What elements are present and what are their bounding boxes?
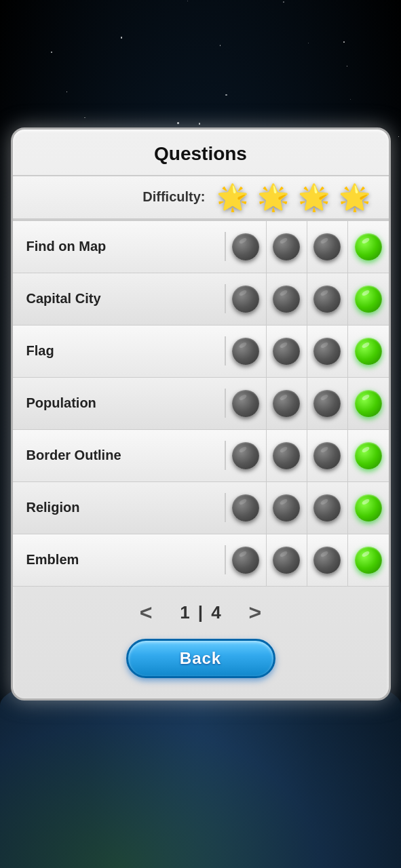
- back-button[interactable]: Back: [126, 639, 275, 678]
- toggle-btn-row0-col3[interactable]: [355, 233, 382, 260]
- question-label: Emblem: [13, 545, 226, 574]
- prev-page-button[interactable]: <: [132, 600, 159, 625]
- toggle-cell: [307, 534, 348, 586]
- toggle-cell: [226, 430, 267, 481]
- question-toggles: [226, 273, 389, 325]
- toggle-btn-row1-col2[interactable]: [313, 285, 341, 313]
- toggle-cell: [348, 378, 389, 429]
- toggle-cell: [307, 378, 348, 429]
- pagination-row: < 1 | 4 >: [13, 587, 389, 632]
- next-page-button[interactable]: >: [242, 600, 269, 625]
- toggle-btn-row1-col1[interactable]: [273, 285, 300, 313]
- toggle-cell: [226, 378, 267, 429]
- question-row: Population: [13, 378, 389, 430]
- question-label: Capital City: [13, 284, 226, 313]
- toggle-btn-row2-col2[interactable]: [313, 338, 341, 365]
- toggle-cell: [267, 326, 307, 377]
- toggle-btn-row4-col2[interactable]: [313, 442, 341, 469]
- question-label: Find on Map: [13, 232, 226, 261]
- page-info: 1 | 4: [180, 602, 221, 623]
- toggle-cell: [267, 482, 307, 534]
- toggle-btn-row0-col1[interactable]: [273, 233, 300, 260]
- toggle-cell: [348, 482, 389, 534]
- toggle-btn-row4-col0[interactable]: [232, 442, 259, 469]
- toggle-cell: [307, 482, 348, 534]
- question-label: Border Outline: [13, 441, 226, 470]
- page-total: 4: [211, 602, 221, 623]
- toggle-cell: [226, 534, 267, 586]
- star-2-icon: 🌟: [257, 184, 289, 210]
- toggle-cell: [267, 534, 307, 586]
- toggle-btn-row5-col1[interactable]: [273, 494, 300, 521]
- toggle-btn-row5-col3[interactable]: [355, 494, 382, 521]
- toggle-btn-row2-col0[interactable]: [232, 338, 259, 365]
- toggle-btn-row6-col3[interactable]: [355, 547, 382, 574]
- star-1-icon: 🌟: [216, 184, 248, 210]
- question-row: Find on Map: [13, 221, 389, 273]
- toggle-btn-row1-col3[interactable]: [355, 285, 382, 313]
- panel-title: Questions: [13, 130, 389, 176]
- toggle-cell: [307, 430, 348, 481]
- toggle-cell: [348, 534, 389, 586]
- toggle-btn-row5-col0[interactable]: [232, 494, 259, 521]
- question-label: Flag: [13, 336, 226, 366]
- page-divider: |: [198, 602, 208, 623]
- toggle-cell: [226, 482, 267, 534]
- toggle-btn-row3-col2[interactable]: [313, 390, 341, 417]
- question-label: Religion: [13, 493, 226, 522]
- toggle-btn-row6-col0[interactable]: [232, 547, 259, 574]
- toggle-btn-row4-col1[interactable]: [273, 442, 300, 469]
- star-4-icon: 🌟: [339, 184, 370, 210]
- questions-grid: Find on MapCapital CityFlagPopulationBor…: [13, 220, 389, 587]
- toggle-cell: [348, 326, 389, 377]
- question-row: Border Outline: [13, 430, 389, 482]
- main-panel: Questions Difficulty: 🌟 🌟 🌟 🌟 Find on Ma…: [11, 127, 391, 701]
- toggle-cell: [348, 430, 389, 481]
- toggle-cell: [226, 273, 267, 325]
- toggle-cell: [307, 273, 348, 325]
- toggle-cell: [226, 326, 267, 377]
- question-toggles: [226, 482, 389, 534]
- toggle-cell: [267, 221, 307, 273]
- toggle-cell: [348, 273, 389, 325]
- toggle-btn-row3-col1[interactable]: [273, 390, 300, 417]
- toggle-cell: [348, 221, 389, 273]
- toggle-cell: [226, 221, 267, 273]
- question-toggles: [226, 326, 389, 377]
- toggle-btn-row2-col3[interactable]: [355, 338, 382, 365]
- difficulty-label: Difficulty:: [26, 189, 212, 205]
- toggle-btn-row0-col2[interactable]: [313, 233, 341, 260]
- toggle-cell: [267, 430, 307, 481]
- toggle-btn-row3-col0[interactable]: [232, 390, 259, 417]
- toggle-cell: [307, 221, 348, 273]
- toggle-btn-row5-col2[interactable]: [313, 494, 341, 521]
- toggle-btn-row6-col1[interactable]: [273, 547, 300, 574]
- star-2: 🌟: [253, 184, 294, 210]
- toggle-btn-row4-col3[interactable]: [355, 442, 382, 469]
- toggle-btn-row3-col3[interactable]: [355, 390, 382, 417]
- star-3: 🌟: [294, 184, 335, 210]
- star-3-icon: 🌟: [298, 184, 330, 210]
- question-row: Capital City: [13, 273, 389, 326]
- difficulty-row: Difficulty: 🌟 🌟 🌟 🌟: [13, 176, 389, 220]
- toggle-cell: [267, 273, 307, 325]
- back-button-wrapper: Back: [13, 639, 389, 678]
- question-row: Flag: [13, 326, 389, 378]
- question-toggles: [226, 221, 389, 273]
- toggle-btn-row2-col1[interactable]: [273, 338, 300, 365]
- toggle-cell: [307, 326, 348, 377]
- question-label: Population: [13, 389, 226, 418]
- question-toggles: [226, 534, 389, 586]
- question-row: Emblem: [13, 534, 389, 587]
- toggle-btn-row1-col0[interactable]: [232, 285, 259, 313]
- page-current: 1: [180, 602, 189, 623]
- toggle-cell: [267, 378, 307, 429]
- question-row: Religion: [13, 482, 389, 534]
- star-4: 🌟: [335, 184, 375, 210]
- toggle-btn-row0-col0[interactable]: [232, 233, 259, 260]
- toggle-btn-row6-col2[interactable]: [313, 547, 341, 574]
- question-toggles: [226, 430, 389, 481]
- question-toggles: [226, 378, 389, 429]
- star-1: 🌟: [212, 184, 253, 210]
- difficulty-stars: 🌟 🌟 🌟 🌟: [212, 184, 375, 210]
